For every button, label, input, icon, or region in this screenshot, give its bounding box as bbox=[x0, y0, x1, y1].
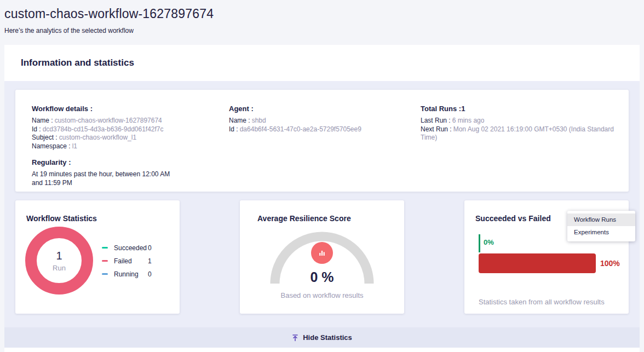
bar-chart-icon bbox=[311, 242, 333, 264]
resilience-caption: Based on workflow results bbox=[240, 291, 404, 299]
workflow-id-row: Id :dcd3784b-cd15-4d3a-b636-9dd061f42f7c bbox=[32, 125, 212, 134]
information-section-header: Information and statistics bbox=[4, 45, 640, 81]
workflow-name-row: Name :custom-chaos-workflow-1627897674 bbox=[32, 117, 212, 125]
bottom-strip bbox=[4, 348, 640, 352]
stat-cards-row: Workflow Statistics 1 Run Succeeded 0 Fa… bbox=[15, 200, 629, 314]
failed-percentage: 100% bbox=[600, 259, 620, 268]
regularity-heading: Regularity : bbox=[32, 158, 212, 166]
legend-row-running: Running 0 bbox=[102, 270, 152, 278]
workflow-namespace-row: Namespace :l1 bbox=[32, 142, 212, 151]
agent-column: Agent : Name :shbd Id :da64b6f4-5631-47c… bbox=[229, 105, 415, 134]
agent-id-row: Id :da64b6f4-5631-47c0-ae2a-5729f5705ee9 bbox=[229, 125, 415, 134]
collapse-up-icon bbox=[292, 334, 298, 342]
hide-statistics-button[interactable]: Hide Statistics bbox=[4, 327, 640, 348]
workflow-details-column: Workflow details : Name :custom-chaos-wo… bbox=[32, 105, 212, 187]
succeeded-dash-icon bbox=[102, 247, 108, 249]
agent-heading: Agent : bbox=[229, 105, 415, 113]
donut-run-label: Run bbox=[53, 264, 66, 272]
menu-item-workflow-runs[interactable]: Workflow Runs bbox=[567, 213, 635, 226]
donut-run-count: 1 bbox=[56, 250, 62, 262]
succeeded-vs-failed-title: Succeeded vs Failed bbox=[475, 214, 551, 223]
succeeded-percentage: 0% bbox=[484, 238, 494, 246]
donut-legend: Succeeded 0 Failed 1 Running 0 bbox=[102, 244, 152, 284]
runs-donut-chart: 1 Run bbox=[25, 227, 93, 295]
legend-row-succeeded: Succeeded 0 bbox=[102, 244, 152, 251]
agent-name-row: Name :shbd bbox=[229, 117, 415, 125]
running-dash-icon bbox=[102, 273, 108, 275]
succeeded-vs-failed-card: Succeeded vs Failed Workflow Runs Experi… bbox=[464, 200, 629, 314]
failed-bar bbox=[479, 253, 596, 273]
succeeded-vs-failed-caption: Statistics taken from all workflow resul… bbox=[479, 298, 605, 306]
legend-row-failed: Failed 1 bbox=[102, 257, 152, 264]
runs-column: Total Runs :1 Last Run :6 mins ago Next … bbox=[421, 105, 631, 142]
resilience-title: Average Resilience Score bbox=[257, 214, 351, 223]
workflow-statistics-title: Workflow Statistics bbox=[26, 214, 97, 223]
page-title: custom-chaos-workflow-1627897674 bbox=[4, 7, 640, 21]
menu-item-experiments[interactable]: Experiments bbox=[567, 226, 635, 239]
hide-statistics-label: Hide Statistics bbox=[303, 333, 352, 342]
failed-dash-icon bbox=[102, 260, 108, 262]
page-header: custom-chaos-workflow-1627897674 Here’s … bbox=[0, 0, 644, 45]
page-subtitle: Here’s the analytics of the selected wor… bbox=[4, 27, 640, 34]
succeeded-bar bbox=[479, 234, 480, 252]
regularity-text: At 19 minutes past the hour, between 12:… bbox=[32, 170, 173, 187]
statistics-panel: Workflow details : Name :custom-chaos-wo… bbox=[4, 81, 640, 327]
workflow-details-card: Workflow details : Name :custom-chaos-wo… bbox=[15, 90, 629, 192]
workflow-statistics-card: Workflow Statistics 1 Run Succeeded 0 Fa… bbox=[15, 200, 180, 314]
total-runs-heading: Total Runs :1 bbox=[421, 105, 631, 113]
chart-source-dropdown-menu: Workflow Runs Experiments bbox=[567, 211, 635, 241]
next-run-row: Next Run :Mon Aug 02 2021 16:19:00 GMT+0… bbox=[421, 125, 631, 142]
resilience-score-value: 0 % bbox=[240, 269, 404, 285]
workflow-subject-row: Subject :custom-chaos-workflow_l1 bbox=[32, 134, 212, 142]
resilience-score-card: Average Resilience Score 0 % Based on wo… bbox=[240, 200, 404, 314]
last-run-row: Last Run :6 mins ago bbox=[421, 117, 631, 125]
workflow-details-heading: Workflow details : bbox=[32, 105, 212, 113]
section-heading: Information and statistics bbox=[21, 57, 640, 68]
